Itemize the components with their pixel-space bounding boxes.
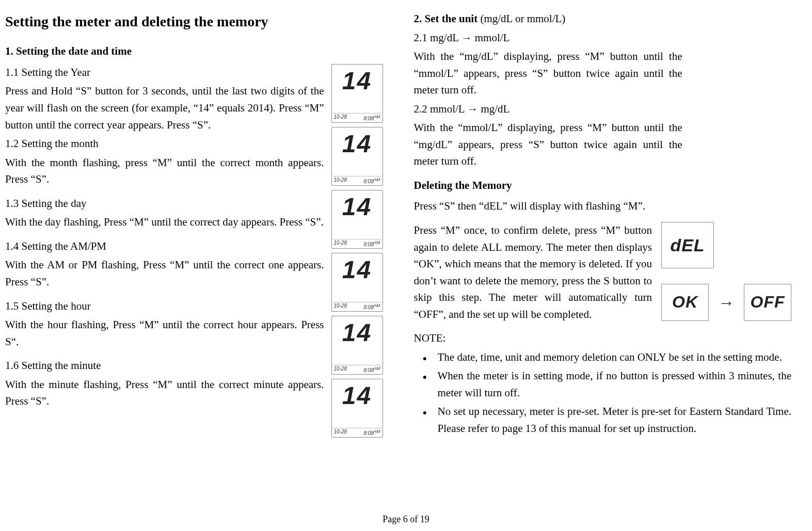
- s13-text: With the day flashing, Press “M” until t…: [5, 214, 324, 231]
- page-footer: Page 6 of 19: [0, 514, 812, 525]
- lcd-ampm: 14 10-28 8:08AM: [331, 253, 383, 312]
- lcd-ampm: AM: [374, 177, 380, 182]
- s22-heading: 2.2 mmol/L → mg/dL: [414, 101, 792, 118]
- s13-heading: 1.3 Setting the day: [5, 195, 324, 212]
- lcd-date: 10-28: [334, 240, 347, 247]
- left-text: 1.1 Setting the Year Press and Hold “S” …: [5, 64, 324, 438]
- note-list: The date, time, unit and memory deletion…: [414, 349, 792, 437]
- s15-text: With the hour flashing, Press “M” until …: [5, 316, 324, 350]
- lcd-month: 14 10-28 8:08AM: [331, 127, 383, 186]
- side-displays: dEL OK → OFF: [661, 222, 791, 321]
- s16-text: With the minute flashing, Press “M” unti…: [5, 376, 324, 410]
- lcd-stack: 14 10-28 8:08AM 14 10-28 8:08AM 14: [331, 64, 383, 438]
- lcd-date: 10-28: [334, 303, 347, 310]
- s11-text: Press and Hold “S” button for 3 seconds,…: [5, 83, 324, 133]
- lcd-bottom-row: 10-28 8:08AM: [333, 239, 381, 247]
- left-column: Setting the meter and deleting the memor…: [5, 10, 383, 531]
- ok-off-group: OK → OFF: [661, 284, 791, 321]
- delete-p2: Press “M” once, to confirm delete, press…: [414, 222, 652, 323]
- s14-text: With the AM or PM flashing, Press “M” un…: [5, 256, 324, 290]
- lcd-time: 8:08: [364, 116, 374, 121]
- lcd-ampm: AM: [374, 303, 380, 308]
- section-1-heading: 1. Setting the date and time: [5, 43, 383, 60]
- lcd-bottom-row: 10-28 8:08AM: [333, 176, 381, 184]
- lcd-time: 8:08: [364, 304, 374, 310]
- s16-heading: 1.6 Setting the minute: [5, 357, 324, 374]
- lcd-off: OFF: [744, 284, 791, 321]
- lcd-bottom-row: 10-28 8:08AM: [333, 302, 381, 310]
- left-body: 1.1 Setting the Year Press and Hold “S” …: [5, 64, 383, 438]
- delete-row-2: Press “M” once, to confirm delete, press…: [414, 222, 792, 330]
- s12-heading: 1.2 Setting the month: [5, 135, 324, 152]
- lcd-big-number: 14: [342, 320, 372, 345]
- s21-heading: 2.1 mg/dL → mmol/L: [414, 29, 792, 46]
- lcd-bottom-row: 10-28 8:08AM: [333, 365, 381, 373]
- lcd-ampm: AM: [374, 366, 380, 371]
- lcd-bottom-row: 10-28 8:08AM: [333, 428, 381, 436]
- lcd-ampm: AM: [374, 240, 380, 245]
- page-title: Setting the meter and deleting the memor…: [5, 10, 383, 33]
- note-item-1: The date, time, unit and memory deletion…: [433, 349, 792, 366]
- s14-heading: 1.4 Setting the AM/PM: [5, 238, 324, 255]
- lcd-minute: 14 10-28 8:08AM: [331, 379, 383, 438]
- lcd-big-number: 14: [342, 383, 372, 408]
- right-column: 2. Set the unit (mg/dL or mmol/L) 2.1 mg…: [414, 10, 792, 531]
- section-2-heading: 2. Set the unit (mg/dL or mmol/L): [414, 10, 792, 27]
- lcd-big-number: 14: [342, 69, 372, 93]
- lcd-big-number: 14: [342, 195, 372, 219]
- lcd-del: dEL: [661, 222, 714, 268]
- delete-text-2: Press “M” once, to confirm delete, press…: [414, 222, 652, 330]
- lcd-time: 8:08: [364, 430, 374, 436]
- manual-page: Setting the meter and deleting the memor…: [0, 0, 812, 531]
- arrow-icon: →: [718, 294, 735, 311]
- s15-heading: 1.5 Setting the hour: [5, 298, 324, 315]
- section-2-heading-rest: (mg/dL or mmol/L): [477, 12, 565, 25]
- lcd-day: 14 10-28 8:08AM: [331, 190, 383, 249]
- lcd-ampm: AM: [374, 114, 380, 119]
- lcd-year: 14 10-28 8:08AM: [331, 64, 383, 123]
- s22-text: With the “mmol/L” displaying, press “M” …: [414, 119, 682, 170]
- delete-heading: Deleting the Memory: [414, 177, 792, 194]
- lcd-date: 10-28: [334, 178, 347, 184]
- delete-p1: Press “S” then “dEL” will display with f…: [414, 198, 792, 215]
- lcd-time: 8:08: [364, 367, 374, 373]
- delete-text-1: Press “S” then “dEL” will display with f…: [414, 198, 792, 222]
- lcd-ok: OK: [661, 284, 709, 321]
- lcd-date: 10-28: [334, 429, 347, 436]
- note-item-2: When the meter is in setting mode, if no…: [433, 367, 792, 401]
- s12-text: With the month flashing, press “M” until…: [5, 154, 324, 188]
- lcd-date: 10-28: [334, 366, 347, 373]
- lcd-big-number: 14: [342, 258, 372, 282]
- lcd-big-number: 14: [342, 132, 372, 156]
- section-2-heading-bold: 2. Set the unit: [414, 12, 478, 25]
- s11-heading: 1.1 Setting the Year: [5, 64, 324, 81]
- lcd-time: 8:08: [364, 242, 374, 247]
- lcd-date: 10-28: [334, 115, 347, 121]
- lcd-time: 8:08: [364, 179, 374, 184]
- note-heading: NOTE:: [414, 330, 792, 347]
- note-item-3: No set up necessary, meter is pre-set. M…: [433, 403, 792, 437]
- lcd-ampm: AM: [374, 429, 380, 434]
- lcd-hour: 14 10-28 8:08AM: [331, 316, 383, 375]
- s21-text: With the “mg/dL” displaying, press “M” b…: [414, 48, 682, 99]
- lcd-bottom-row: 10-28 8:08AM: [333, 113, 381, 121]
- delete-row: Press “S” then “dEL” will display with f…: [414, 198, 792, 222]
